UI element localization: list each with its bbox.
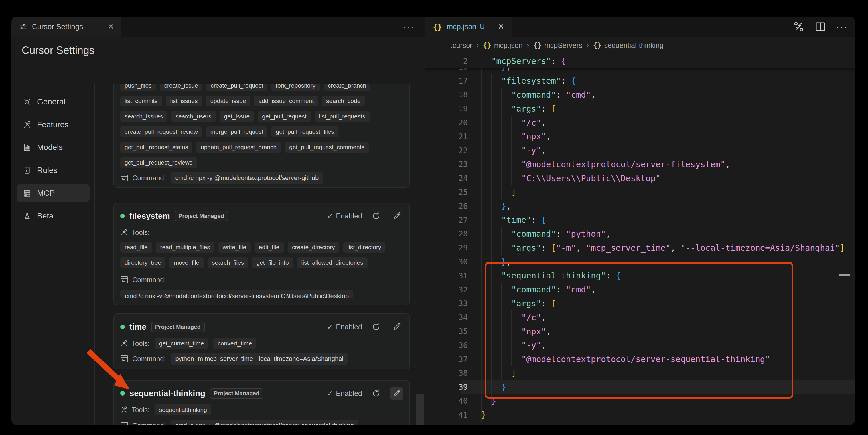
breadcrumb-item[interactable]: {}mcp.json	[483, 41, 523, 50]
editor-group-more-icon[interactable]: ···	[403, 17, 415, 36]
enabled-toggle[interactable]: ✓Enabled	[327, 212, 362, 220]
chart-icon	[23, 143, 31, 152]
tool-chip: update_issue	[206, 96, 250, 106]
line-number: 37	[426, 355, 468, 364]
code-line-21: 21"npx",	[426, 129, 855, 144]
tool-chip: search_files	[208, 257, 248, 268]
edit-pencil-icon[interactable]	[392, 211, 401, 220]
tool-chip: create_pull_request_review	[120, 126, 202, 137]
refresh-icon[interactable]	[371, 389, 381, 398]
breadcrumb-item[interactable]: .cursor	[451, 41, 472, 50]
more-actions-icon[interactable]: ···	[836, 17, 848, 36]
tool-chip: create_pull_request	[207, 85, 268, 91]
json-editor: .cursor›{}mcp.json›{}mcpServers›{}sequen…	[426, 36, 855, 425]
breadcrumb-item[interactable]: {}sequential-thinking	[593, 41, 663, 50]
sidebar-item-rules[interactable]: Rules	[17, 161, 90, 179]
breadcrumb-item[interactable]: {}mcpServers	[533, 41, 582, 50]
line-number: 2	[426, 57, 468, 66]
line-number: 29	[426, 243, 468, 252]
tools-label: Tools:	[132, 228, 150, 237]
tool-chip: list_directory	[343, 242, 385, 253]
tool-chip: create_issue	[160, 85, 203, 91]
edit-pencil-icon[interactable]	[392, 322, 401, 332]
sidebar-item-label: General	[37, 97, 66, 106]
fold-marker[interactable]	[839, 274, 850, 276]
split-editor-icon[interactable]	[814, 21, 826, 33]
line-number: 35	[426, 327, 468, 336]
tab-mcp-json[interactable]: {} mcp.json U ✕	[426, 17, 512, 36]
code-line-18: 18"command": "cmd",	[426, 88, 855, 102]
refresh-icon[interactable]	[371, 322, 381, 332]
close-icon[interactable]: ✕	[108, 22, 114, 31]
code-area[interactable]: 16},17"filesystem": {18"command": "cmd",…	[426, 68, 855, 425]
tool-chip-row: search_issuessearch_usersget_issueget_pu…	[120, 111, 403, 122]
line-number: 38	[426, 369, 468, 377]
server-name: filesystem	[129, 211, 170, 221]
code-line-20: 20"/c",	[426, 116, 855, 129]
edit-button[interactable]	[390, 320, 403, 334]
status-dot	[120, 391, 125, 396]
scrollbar-thumb[interactable]	[416, 394, 424, 425]
code-text: "time": {	[481, 215, 546, 225]
tools-label: Tools:	[132, 339, 150, 347]
close-icon[interactable]: ✕	[498, 22, 504, 31]
tool-chip-row: read_fileread_multiple_fileswrite_fileed…	[120, 242, 403, 253]
tool-chip: get_pull_request_reviews	[120, 157, 197, 168]
json-symbol-icon: {}	[533, 41, 541, 49]
managed-badge: Project Managed	[210, 388, 264, 399]
code-text: "command": "cmd",	[481, 285, 596, 294]
edit-button[interactable]	[390, 387, 403, 400]
breadcrumb-separator-icon: ›	[586, 41, 589, 50]
code-line-38: 38]	[426, 366, 855, 380]
open-changes-icon[interactable]	[793, 21, 805, 33]
breadcrumb-separator-icon: ›	[527, 41, 529, 50]
line-number: 17	[426, 76, 468, 85]
sidebar-item-features[interactable]: Features	[17, 116, 90, 133]
server-title-row: sequential-thinkingProject Managed✓Enabl…	[120, 387, 403, 400]
tab-cursor-settings[interactable]: Cursor Settings ✕	[11, 17, 122, 36]
command-value: cmd /c npx -y @modelcontextprotocol/serv…	[171, 420, 358, 425]
breadcrumb-separator-icon: ›	[476, 41, 479, 50]
breadcrumb-label: .cursor	[451, 41, 472, 50]
refresh-icon[interactable]	[371, 211, 381, 221]
code-text: "@modelcontextprotocol/server-filesystem…	[481, 159, 730, 169]
edit-pencil-icon[interactable]	[392, 389, 401, 398]
edit-button[interactable]	[390, 209, 403, 222]
command-row: Command:cmd /c npx -y @modelcontextproto…	[120, 420, 403, 425]
line-number: 40	[426, 397, 468, 405]
code-text: "C:\\Users\\Public\\Desktop"	[481, 174, 661, 183]
tool-chip: sequentialthinking	[155, 404, 211, 415]
tool-chip: get_file_info	[252, 257, 293, 268]
terminal-icon	[120, 355, 128, 363]
code-line-28: 28"command": "python",	[426, 227, 855, 241]
json-file-icon: {}	[433, 22, 442, 31]
command-label: Command:	[132, 174, 166, 182]
sidebar-item-models[interactable]: Models	[17, 138, 90, 156]
refresh-button[interactable]	[370, 320, 383, 334]
check-icon: ✓	[327, 390, 333, 398]
sidebar-item-general[interactable]: General	[17, 93, 90, 111]
status-dot	[120, 324, 125, 329]
tool-chip-row: directory_treemove_filesearch_filesget_f…	[120, 257, 403, 268]
code-text: "command": "python",	[481, 229, 611, 239]
tool-chip-row: get_pull_request_reviews	[120, 157, 403, 168]
line-number: 39	[426, 382, 468, 391]
sidebar-item-label: Beta	[37, 211, 54, 220]
command-row: Command:	[120, 274, 403, 285]
sidebar-item-beta[interactable]: Beta	[17, 207, 90, 225]
command-value: cmd /c npx -y @modelcontextprotocol/serv…	[120, 290, 353, 298]
tool-chip: read_file	[120, 242, 152, 253]
mcp-server-card-sequential-thinking: sequential-thinkingProject Managed✓Enabl…	[114, 380, 410, 425]
settings-sliders-icon	[19, 22, 27, 31]
refresh-button[interactable]	[370, 387, 383, 400]
enabled-toggle[interactable]: ✓Enabled	[327, 390, 362, 398]
code-line-26: 26},	[426, 199, 855, 213]
refresh-button[interactable]	[370, 209, 383, 222]
sticky-scroll-line: 2"mcpServers": {	[426, 54, 855, 68]
enabled-toggle[interactable]: ✓Enabled	[327, 323, 362, 331]
code-line-sticky: 2"mcpServers": {	[426, 54, 566, 68]
sidebar-item-mcp[interactable]: MCP	[17, 184, 90, 202]
command-row: Command:cmd /c npx -y @modelcontextproto…	[120, 173, 403, 183]
code-text: "-y",	[481, 146, 546, 155]
gear-icon	[23, 98, 31, 106]
